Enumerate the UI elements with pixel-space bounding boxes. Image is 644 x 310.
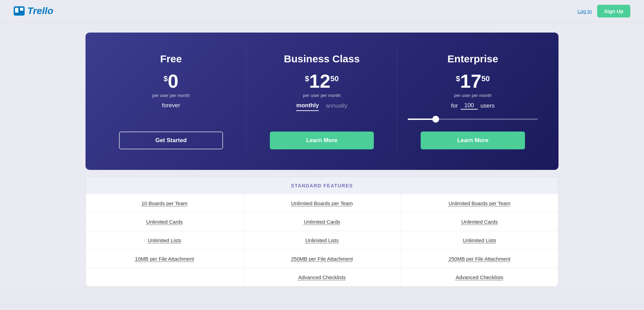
table-row: Unlimited ListsUnlimited ListsUnlimited … — [86, 231, 558, 250]
features-table: 10 Boards per TeamUnlimited Boards per T… — [86, 194, 558, 286]
free-cta-button[interactable]: Get Started — [119, 132, 223, 149]
free-price-main: 0 — [168, 72, 179, 91]
table-row: Advanced ChecklistsAdvanced Checklists — [86, 268, 558, 287]
enterprise-cta-button[interactable]: Learn More — [421, 132, 525, 149]
svg-rect-1 — [15, 8, 18, 12]
billing-toggle: monthly annually — [296, 102, 347, 111]
enterprise-price-main: 17 — [460, 72, 481, 91]
enterprise-price-cents: 50 — [482, 74, 490, 83]
users-slider-container — [408, 115, 538, 121]
enterprise-plan-name: Enterprise — [447, 53, 498, 65]
enterprise-plan-period: per user per month — [454, 93, 492, 98]
feature-business: Advanced Checklists — [243, 268, 400, 287]
business-cta-button[interactable]: Learn More — [270, 132, 374, 149]
svg-rect-2 — [20, 8, 23, 11]
monthly-option[interactable]: monthly — [296, 102, 319, 111]
enterprise-users-selector: for users — [451, 102, 495, 110]
feature-business: Unlimited Lists — [243, 231, 400, 250]
users-slider[interactable] — [408, 119, 538, 120]
feature-business: Unlimited Cards — [243, 213, 400, 231]
feature-free: 10MB per File Attachment — [86, 250, 243, 268]
free-plan-billing: forever — [162, 102, 180, 109]
business-price-cents: 50 — [330, 74, 339, 83]
for-label: for — [451, 102, 458, 109]
table-row: Unlimited CardsUnlimited CardsUnlimited … — [86, 213, 558, 231]
table-row: 10MB per File Attachment250MB per File A… — [86, 250, 558, 268]
signup-button[interactable]: Sign Up — [597, 5, 630, 17]
business-plan-name: Business Class — [284, 53, 360, 65]
logo-text: Trello — [27, 5, 53, 16]
features-section: STANDARD FEATURES 10 Boards per TeamUnli… — [86, 177, 558, 287]
header: Trello Log In Sign Up — [0, 0, 644, 22]
feature-business: 250MB per File Attachment — [243, 250, 400, 268]
business-price-main: 12 — [309, 72, 330, 91]
free-price-dollar: $ — [163, 74, 168, 83]
users-label: users — [481, 102, 495, 109]
free-plan-price: $ 0 — [163, 72, 178, 91]
pricing-container: Free $ 0 per user per month forever Get … — [86, 33, 558, 170]
enterprise-plan-price: $ 17 50 — [456, 72, 490, 91]
feature-enterprise: Advanced Checklists — [401, 268, 558, 287]
feature-free: 10 Boards per Team — [86, 194, 243, 213]
business-price-dollar: $ — [305, 74, 309, 83]
table-row: 10 Boards per TeamUnlimited Boards per T… — [86, 194, 558, 213]
header-actions: Log In Sign Up — [578, 5, 630, 17]
free-plan: Free $ 0 per user per month forever Get … — [96, 46, 247, 156]
business-plan: Business Class $ 12 50 per user per mont… — [247, 46, 397, 156]
login-button[interactable]: Log In — [578, 8, 592, 14]
feature-business: Unlimited Boards per Team — [243, 194, 400, 213]
business-plan-price: $ 12 50 — [305, 72, 339, 91]
free-plan-name: Free — [160, 53, 182, 65]
enterprise-plan: Enterprise $ 17 50 per user per month fo… — [397, 46, 548, 156]
free-plan-period: per user per month — [152, 93, 190, 98]
features-title: STANDARD FEATURES — [291, 183, 353, 188]
enterprise-price-dollar: $ — [456, 74, 460, 83]
user-count-input[interactable] — [461, 102, 478, 110]
feature-enterprise: Unlimited Lists — [401, 231, 558, 250]
features-header: STANDARD FEATURES — [86, 177, 558, 194]
feature-enterprise: Unlimited Cards — [401, 213, 558, 231]
main-content: Free $ 0 per user per month forever Get … — [0, 22, 644, 287]
feature-free — [86, 268, 243, 287]
feature-enterprise: Unlimited Boards per Team — [401, 194, 558, 213]
feature-free: Unlimited Cards — [86, 213, 243, 231]
logo[interactable]: Trello — [14, 5, 53, 16]
trello-logo-icon — [14, 6, 25, 16]
feature-free: Unlimited Lists — [86, 231, 243, 250]
feature-enterprise: 250MB per File Attachment — [401, 250, 558, 268]
business-plan-period: per user per month — [303, 93, 341, 98]
annually-option[interactable]: annually — [326, 102, 347, 111]
